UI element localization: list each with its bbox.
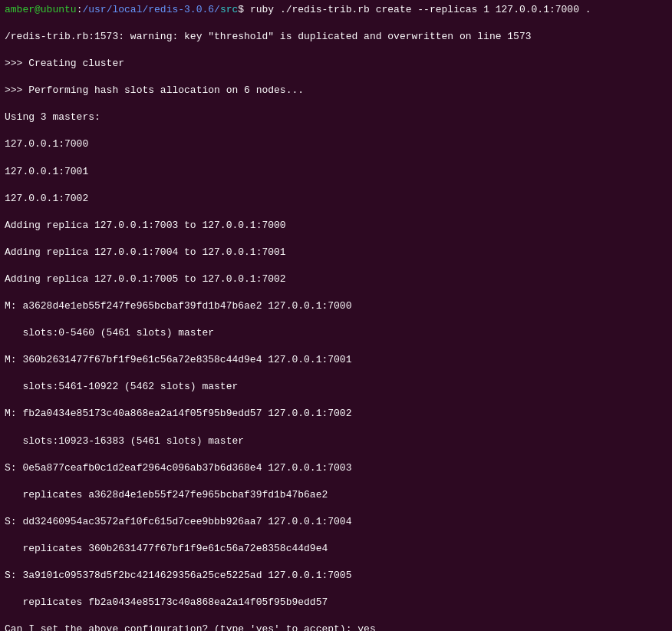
terminal-line: S: 3a9101c095378d5f2bc4214629356a25ce522… bbox=[5, 569, 667, 583]
terminal-line: S: 0e5a877ceafb0c1d2eaf2964c096ab37b6d36… bbox=[5, 461, 667, 475]
terminal-line: Adding replica 127.0.0.1:7005 to 127.0.0… bbox=[5, 273, 667, 286]
terminal-line: Can I set the above configuration? (type… bbox=[5, 623, 667, 631]
terminal-line: slots:0-5460 (5461 slots) master bbox=[5, 326, 667, 340]
terminal-line: replicates fb2a0434e85173c40a868ea2a14f0… bbox=[5, 596, 667, 610]
terminal-window: amber@ubuntu:/usr/local/redis-3.0.6/src$… bbox=[0, 0, 672, 631]
terminal-line: M: 360b2631477f67bf1f9e61c56a72e8358c44d… bbox=[5, 353, 667, 367]
terminal-line: 127.0.0.1:7000 bbox=[5, 137, 667, 151]
terminal-line: Adding replica 127.0.0.1:7004 to 127.0.0… bbox=[5, 246, 667, 259]
terminal-line: replicates 360b2631477f67bf1f9e61c56a72e… bbox=[5, 542, 667, 556]
terminal-line: M: fb2a0434e85173c40a868ea2a14f05f95b9ed… bbox=[5, 407, 667, 421]
terminal-line: M: a3628d4e1eb55f247fe965bcbaf39fd1b47b6… bbox=[5, 299, 667, 313]
terminal-line: /redis-trib.rb:1573: warning: key "thres… bbox=[5, 30, 667, 44]
terminal-line: >>> Creating cluster bbox=[5, 57, 667, 71]
terminal-line: S: dd32460954ac3572af10fc615d7cee9bbb926… bbox=[5, 515, 667, 529]
terminal-line: Adding replica 127.0.0.1:7003 to 127.0.0… bbox=[5, 219, 667, 233]
terminal-line: 127.0.0.1:7002 bbox=[5, 192, 667, 206]
terminal-line: amber@ubuntu:/usr/local/redis-3.0.6/src$… bbox=[5, 3, 667, 17]
terminal-line: slots:5461-10922 (5462 slots) master bbox=[5, 380, 667, 394]
terminal-line: replicates a3628d4e1eb55f247fe965bcbaf39… bbox=[5, 488, 667, 502]
terminal-line: >>> Performing hash slots allocation on … bbox=[5, 84, 667, 97]
terminal-line: slots:10923-16383 (5461 slots) master bbox=[5, 434, 667, 448]
terminal-line: 127.0.0.1:7001 bbox=[5, 165, 667, 179]
terminal-output[interactable]: amber@ubuntu:/usr/local/redis-3.0.6/src$… bbox=[0, 0, 672, 631]
terminal-line: Using 3 masters: bbox=[5, 111, 667, 124]
